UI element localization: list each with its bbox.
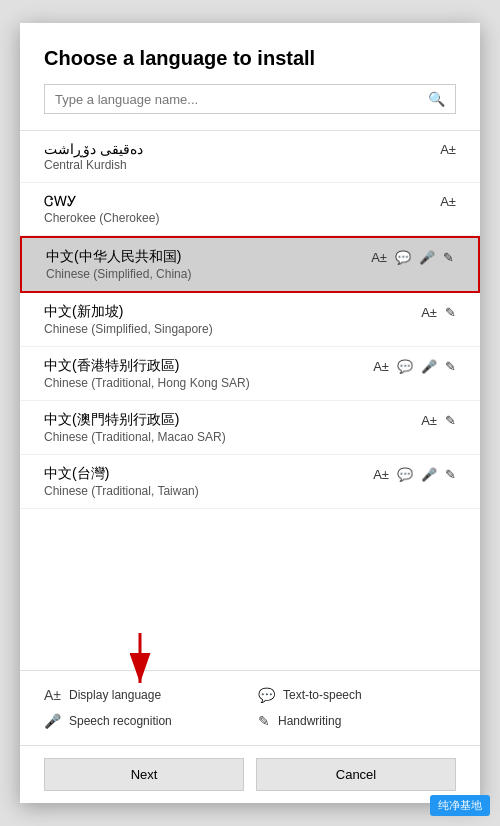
legend-item: 🎤Speech recognition: [44, 713, 242, 729]
legend-icon: 💬: [258, 687, 275, 703]
speech-recognition-icon: 🎤: [419, 250, 435, 265]
text-to-speech-icon: 💬: [395, 250, 411, 265]
legend-label: Speech recognition: [69, 714, 172, 728]
display-language-icon: A±: [421, 413, 437, 428]
item-subname: Chinese (Traditional, Hong Kong SAR): [44, 376, 456, 390]
item-subname: Central Kurdish: [44, 158, 456, 172]
item-subname: Chinese (Simplified, Singapore): [44, 322, 456, 336]
item-feature-icons: A±: [440, 142, 456, 157]
item-subname: Chinese (Traditional, Taiwan): [44, 484, 456, 498]
item-name: 中文(香港特别行政區): [44, 357, 179, 375]
item-name: دەقیقی دۆڕاشت: [44, 141, 143, 157]
item-name: 中文(澳門特别行政區): [44, 411, 179, 429]
legend-icon: A±: [44, 687, 61, 703]
language-list: دەقیقی دۆڕاشتA±Central KurdishᏣᎳᎩA±Chero…: [20, 130, 480, 670]
list-item[interactable]: 中文(新加坡)A±✎Chinese (Simplified, Singapore…: [20, 293, 480, 347]
list-item[interactable]: 中文(香港特别行政區)A±💬🎤✎Chinese (Traditional, Ho…: [20, 347, 480, 401]
item-name: 中文(中华人民共和国): [46, 248, 181, 266]
list-item[interactable]: 中文(台灣)A±💬🎤✎Chinese (Traditional, Taiwan): [20, 455, 480, 509]
item-subname: Chinese (Simplified, China): [46, 267, 454, 281]
legend-label: Text-to-speech: [283, 688, 362, 702]
watermark: 纯净基地: [430, 795, 490, 816]
legend-icon: ✎: [258, 713, 270, 729]
handwriting-icon: ✎: [445, 467, 456, 482]
item-name: ᏣᎳᎩ: [44, 193, 77, 210]
item-feature-icons: A±💬🎤✎: [373, 359, 456, 374]
cancel-button[interactable]: Cancel: [256, 758, 456, 791]
item-feature-icons: A±💬🎤✎: [373, 467, 456, 482]
list-item[interactable]: 中文(澳門特别行政區)A±✎Chinese (Traditional, Maca…: [20, 401, 480, 455]
text-to-speech-icon: 💬: [397, 467, 413, 482]
item-name: 中文(新加坡): [44, 303, 123, 321]
speech-recognition-icon: 🎤: [421, 467, 437, 482]
legend-item: A±Display language: [44, 687, 242, 703]
item-name: 中文(台灣): [44, 465, 109, 483]
list-item[interactable]: ᏣᎳᎩA±Cherokee (Cherokee): [20, 183, 480, 236]
item-feature-icons: A±✎: [421, 413, 456, 428]
item-subname: Chinese (Traditional, Macao SAR): [44, 430, 456, 444]
dialog-title: Choose a language to install: [44, 47, 456, 70]
search-box: 🔍: [44, 84, 456, 114]
legend-label: Display language: [69, 688, 161, 702]
list-item[interactable]: 中文(中华人民共和国)A±💬🎤✎Chinese (Simplified, Chi…: [20, 236, 480, 293]
display-language-icon: A±: [373, 359, 389, 374]
display-language-icon: A±: [440, 194, 456, 209]
next-button[interactable]: Next: [44, 758, 244, 791]
display-language-icon: A±: [373, 467, 389, 482]
item-feature-icons: A±: [440, 194, 456, 209]
dialog-footer: Next Cancel: [20, 745, 480, 803]
language-install-dialog: Choose a language to install 🔍 دەقیقی دۆ…: [20, 23, 480, 803]
display-language-icon: A±: [371, 250, 387, 265]
handwriting-icon: ✎: [443, 250, 454, 265]
legend-item: ✎Handwriting: [258, 713, 456, 729]
legend-label: Handwriting: [278, 714, 341, 728]
handwriting-icon: ✎: [445, 305, 456, 320]
handwriting-icon: ✎: [445, 413, 456, 428]
text-to-speech-icon: 💬: [397, 359, 413, 374]
search-icon: 🔍: [428, 91, 445, 107]
dialog-header: Choose a language to install 🔍: [20, 23, 480, 130]
display-language-icon: A±: [421, 305, 437, 320]
item-feature-icons: A±💬🎤✎: [371, 250, 454, 265]
search-input[interactable]: [55, 92, 428, 107]
legend-icon: 🎤: [44, 713, 61, 729]
legend-section: A±Display language💬Text-to-speech🎤Speech…: [20, 670, 480, 745]
item-feature-icons: A±✎: [421, 305, 456, 320]
list-item[interactable]: دەقیقی دۆڕاشتA±Central Kurdish: [20, 131, 480, 183]
item-subname: Cherokee (Cherokee): [44, 211, 456, 225]
speech-recognition-icon: 🎤: [421, 359, 437, 374]
display-language-icon: A±: [440, 142, 456, 157]
legend-item: 💬Text-to-speech: [258, 687, 456, 703]
handwriting-icon: ✎: [445, 359, 456, 374]
